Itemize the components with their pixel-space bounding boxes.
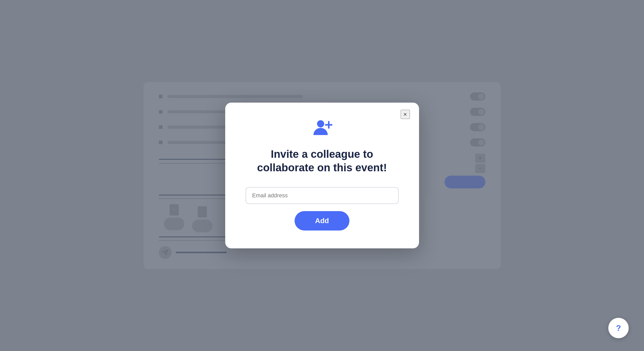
email-input-wrapper[interactable] bbox=[246, 187, 399, 204]
help-button[interactable]: ? bbox=[608, 318, 629, 338]
modal-overlay: × Invite a colleague to collaborate on t… bbox=[0, 0, 644, 351]
add-button[interactable]: Add bbox=[295, 211, 349, 231]
modal-title: Invite a colleague to collaborate on thi… bbox=[257, 148, 387, 174]
close-button[interactable]: × bbox=[401, 110, 410, 119]
email-input[interactable] bbox=[252, 192, 392, 199]
svg-point-0 bbox=[317, 120, 324, 127]
add-person-icon bbox=[312, 118, 332, 138]
invite-modal: × Invite a colleague to collaborate on t… bbox=[225, 103, 419, 248]
invite-form: Add bbox=[246, 187, 399, 231]
